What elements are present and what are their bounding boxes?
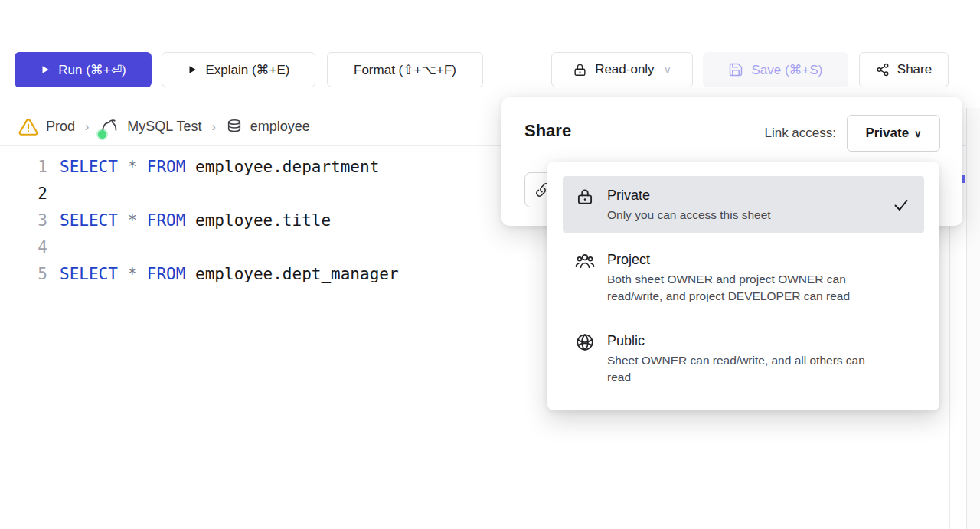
top-divider-bar xyxy=(0,0,980,31)
menu-option-title: Project xyxy=(607,250,884,269)
line-number: 1 xyxy=(15,158,47,176)
run-button-label: Run (⌘+⏎) xyxy=(58,62,126,78)
link-access-menu: Private Only you can access this sheet P… xyxy=(547,162,939,410)
sql-identifier: employee.title xyxy=(195,211,331,230)
menu-option-private[interactable]: Private Only you can access this sheet xyxy=(563,176,924,233)
code-text: SELECT * FROM employee.dept_manager xyxy=(60,265,399,283)
play-icon xyxy=(187,64,198,75)
sql-keyword: SELECT xyxy=(60,211,118,230)
save-icon xyxy=(728,62,743,77)
share-dialog-title: Share xyxy=(524,121,571,141)
sql-operator: * xyxy=(128,265,138,283)
menu-option-description: Only you can access this sheet xyxy=(607,207,884,224)
code-line: 5 SELECT * FROM employee.dept_manager xyxy=(15,260,490,287)
panel-divider xyxy=(966,108,967,529)
sql-operator: * xyxy=(128,158,138,176)
explain-button[interactable]: Explain (⌘+E) xyxy=(162,52,315,87)
menu-option-project[interactable]: Project Both sheet OWNER and project OWN… xyxy=(563,240,924,314)
link-access-label: Link access: xyxy=(764,126,836,141)
environment-label: Prod xyxy=(46,119,75,135)
menu-option-description: Sheet OWNER can read/write, and all othe… xyxy=(607,352,884,386)
sql-identifier: employee.department xyxy=(195,158,379,176)
instance-label: MySQL Test xyxy=(127,119,201,135)
menu-option-public[interactable]: Public Sheet OWNER can read/write, and a… xyxy=(563,322,924,395)
share-button-label: Share xyxy=(897,62,932,77)
sql-identifier: employee.dept_manager xyxy=(195,265,399,283)
format-button[interactable]: Format (⇧+⌥+F) xyxy=(327,52,483,87)
warning-triangle-icon xyxy=(18,117,38,137)
code-text: SELECT * FROM employee.department xyxy=(60,158,379,176)
run-button[interactable]: Run (⌘+⏎) xyxy=(15,52,152,87)
menu-option-text: Private Only you can access this sheet xyxy=(607,185,884,224)
check-icon xyxy=(892,196,910,217)
chevron-right-icon: › xyxy=(211,120,215,134)
menu-option-description: Both sheet OWNER and project OWNER can r… xyxy=(607,271,884,305)
lock-icon xyxy=(573,63,587,77)
menu-option-title: Private xyxy=(607,185,884,205)
code-line: 4 xyxy=(15,233,490,260)
breadcrumb-instance[interactable]: MySQL Test xyxy=(99,116,201,137)
sql-operator: * xyxy=(128,211,138,230)
sql-editor[interactable]: 1 SELECT * FROM employee.department 2 3 … xyxy=(15,153,490,287)
sql-keyword: SELECT xyxy=(60,265,118,283)
menu-option-text: Project Both sheet OWNER and project OWN… xyxy=(607,250,884,305)
line-number: 4 xyxy=(15,238,47,256)
breadcrumb-environment[interactable]: Prod xyxy=(18,117,75,137)
menu-option-title: Public xyxy=(607,331,884,351)
readonly-mode-label: Read-only xyxy=(595,62,655,77)
sql-keyword: FROM xyxy=(147,265,186,283)
explain-button-label: Explain (⌘+E) xyxy=(205,62,289,78)
line-number-active: 2 xyxy=(15,184,47,203)
right-panel-background xyxy=(967,108,980,529)
globe-icon xyxy=(575,331,595,386)
play-icon xyxy=(40,64,51,75)
sql-keyword: SELECT xyxy=(60,158,118,176)
sql-keyword: FROM xyxy=(147,211,186,230)
save-button-label: Save (⌘+S) xyxy=(751,62,822,78)
link-access-value: Private xyxy=(865,126,909,141)
share-nodes-icon xyxy=(876,63,890,77)
lock-icon xyxy=(575,185,595,224)
chevron-down-icon: ∨ xyxy=(914,128,922,139)
status-online-dot xyxy=(98,130,106,139)
user-group-icon xyxy=(575,250,595,305)
save-button[interactable]: Save (⌘+S) xyxy=(703,52,848,87)
chevron-down-icon: ∨ xyxy=(664,64,671,76)
sql-keyword: FROM xyxy=(147,158,186,176)
readonly-mode-dropdown[interactable]: Read-only ∨ xyxy=(551,52,693,87)
code-line: 2 xyxy=(15,180,490,207)
menu-option-text: Public Sheet OWNER can read/write, and a… xyxy=(607,331,884,386)
database-icon xyxy=(226,119,243,136)
line-number: 3 xyxy=(15,211,47,230)
mysql-dolphin-icon xyxy=(99,116,119,137)
chevron-right-icon: › xyxy=(85,120,89,134)
line-number: 5 xyxy=(15,265,47,283)
code-text: SELECT * FROM employee.title xyxy=(60,211,331,230)
code-line: 3 SELECT * FROM employee.title xyxy=(15,207,490,233)
link-access-dropdown[interactable]: Private ∨ xyxy=(847,115,940,152)
format-button-label: Format (⇧+⌥+F) xyxy=(354,62,456,78)
share-button[interactable]: Share xyxy=(859,52,949,87)
breadcrumb-database[interactable]: employee xyxy=(226,119,310,136)
database-label: employee xyxy=(250,119,310,135)
code-line: 1 SELECT * FROM employee.department xyxy=(15,153,490,180)
